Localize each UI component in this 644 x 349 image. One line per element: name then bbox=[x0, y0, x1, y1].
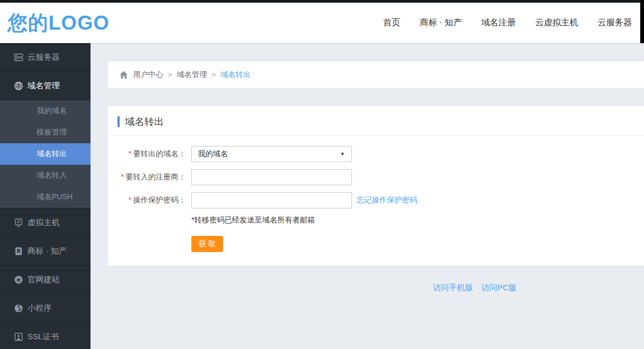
domain-select[interactable]: 我的域名 ▼ bbox=[191, 146, 352, 162]
miniprogram-icon bbox=[14, 304, 23, 313]
domain-select-value: 我的域名 bbox=[198, 149, 228, 159]
sidebar-subitem-domain-transfer-in[interactable]: 域名转入 bbox=[0, 165, 91, 186]
transfer-password-note: *转移密码已经发送至域名所有者邮箱 bbox=[191, 215, 644, 225]
sidebar-item-virtual-host[interactable]: 虚拟主机 bbox=[0, 208, 91, 237]
sidebar-item-mini-program[interactable]: 小程序 bbox=[0, 294, 91, 323]
required-asterisk: * bbox=[129, 196, 131, 204]
form-row-password: *操作保护密码： 忘记操作保护密码 bbox=[108, 192, 644, 208]
site-header: 您的LOGO 首页 商标 · 知产 域名注册 云虚拟主机 云服务器 bbox=[0, 3, 644, 43]
sidebar-item-label: SSL证书 bbox=[27, 332, 59, 342]
form-row-registrar: *要转入的注册商： bbox=[108, 169, 644, 185]
app-root: 您的LOGO 首页 商标 · 知产 域名注册 云虚拟主机 云服务器 云服务器 域… bbox=[0, 0, 644, 349]
site-logo[interactable]: 您的LOGO bbox=[8, 10, 109, 37]
required-asterisk: * bbox=[129, 149, 131, 158]
sidebar-subitem-my-domains[interactable]: 我的域名 bbox=[0, 100, 91, 122]
nav-item-cloud-virtual-host[interactable]: 云虚拟主机 bbox=[535, 17, 578, 29]
chevron-down-icon: ▼ bbox=[340, 151, 345, 157]
nav-item-trademark[interactable]: 商标 · 知产 bbox=[420, 17, 462, 29]
breadcrumb-item-domain-management[interactable]: 域名管理 bbox=[177, 70, 207, 80]
title-accent-bar bbox=[117, 116, 120, 127]
sidebar-subitem-domain-push[interactable]: 域名PUSH bbox=[0, 186, 91, 208]
sidebar: 云服务器 域名管理 我的域名 模板管理 域名转出 域名转入 域名PUSH 虚拟主… bbox=[0, 43, 91, 349]
registrar-input[interactable] bbox=[191, 169, 352, 185]
host-icon bbox=[14, 218, 23, 227]
field-label-registrar: *要转入的注册商： bbox=[108, 172, 191, 182]
sidebar-item-label: 虚拟主机 bbox=[27, 218, 60, 228]
forgot-password-link[interactable]: 忘记操作保护密码 bbox=[357, 196, 417, 205]
transfer-out-form: *要转出的域名： 我的域名 ▼ *要转入的注册商： *操作保护密码： 忘记操 bbox=[108, 136, 644, 252]
sidebar-item-website-builder[interactable]: e 官网建站 bbox=[0, 266, 91, 294]
breadcrumb: 用户中心 > 域名管理 > 域名转出 bbox=[108, 61, 644, 88]
sidebar-item-trademark[interactable]: R 商标 · 知产 bbox=[0, 237, 91, 266]
top-nav: 首页 商标 · 知产 域名注册 云虚拟主机 云服务器 bbox=[383, 17, 632, 29]
breadcrumb-item-user-center[interactable]: 用户中心 bbox=[133, 70, 163, 80]
server-icon bbox=[14, 53, 23, 62]
browser-icon: e bbox=[14, 275, 23, 284]
sidebar-item-label: 官网建站 bbox=[27, 275, 60, 285]
required-asterisk: * bbox=[121, 172, 124, 181]
nav-item-cloud-server[interactable]: 云服务器 bbox=[598, 17, 632, 29]
field-label-domain: *要转出的域名： bbox=[108, 149, 191, 159]
form-row-domain: *要转出的域名： 我的域名 ▼ bbox=[108, 146, 644, 162]
breadcrumb-separator: > bbox=[168, 71, 172, 79]
field-label-password: *操作保护密码： bbox=[108, 196, 191, 205]
svg-text:R: R bbox=[17, 248, 21, 254]
svg-text:e: e bbox=[17, 276, 20, 283]
sidebar-item-label: 小程序 bbox=[27, 303, 52, 313]
breadcrumb-separator: > bbox=[212, 71, 216, 79]
sidebar-item-label: 域名管理 bbox=[27, 81, 60, 91]
sidebar-item-label: 商标 · 知产 bbox=[27, 246, 67, 256]
certificate-icon bbox=[14, 332, 23, 341]
sidebar-item-cloud-server[interactable]: 云服务器 bbox=[0, 43, 91, 72]
get-button[interactable]: 获 取 bbox=[191, 236, 223, 252]
breadcrumb-current-page: 域名转出 bbox=[220, 70, 251, 80]
screenshot-edge-artifact bbox=[640, 0, 644, 43]
sidebar-item-domain-management[interactable]: 域名管理 bbox=[0, 72, 91, 100]
home-icon bbox=[120, 71, 128, 79]
panel-title-row: 域名转出 bbox=[108, 106, 644, 136]
content-area: 用户中心 > 域名管理 > 域名转出 域名转出 *要转出的域名： 我的域名 bbox=[91, 43, 644, 349]
sidebar-item-label: 云服务器 bbox=[27, 52, 60, 62]
sidebar-subitem-template-management[interactable]: 模板管理 bbox=[0, 122, 91, 143]
main-layout: 云服务器 域名管理 我的域名 模板管理 域名转出 域名转入 域名PUSH 虚拟主… bbox=[0, 43, 644, 349]
footer-link-pc-version[interactable]: 访问PC版 bbox=[481, 283, 517, 293]
footer-link-mobile-version[interactable]: 访问手机版 bbox=[433, 283, 473, 293]
sidebar-item-ssl-cert[interactable]: SSL证书 bbox=[0, 323, 91, 349]
trademark-icon: R bbox=[14, 247, 23, 256]
page-title: 域名转出 bbox=[125, 115, 164, 128]
nav-item-domain-register[interactable]: 域名注册 bbox=[481, 17, 516, 29]
protection-password-input[interactable] bbox=[191, 192, 352, 208]
globe-icon bbox=[14, 81, 23, 90]
sidebar-subitem-domain-transfer-out[interactable]: 域名转出 bbox=[0, 143, 91, 165]
domain-transfer-out-panel: 域名转出 *要转出的域名： 我的域名 ▼ *要转入的注册商： bbox=[108, 106, 644, 266]
nav-item-home[interactable]: 首页 bbox=[383, 17, 400, 29]
footer-links: 访问手机版 访问PC版 bbox=[91, 283, 644, 293]
domain-management-submenu: 我的域名 模板管理 域名转出 域名转入 域名PUSH bbox=[0, 100, 91, 208]
